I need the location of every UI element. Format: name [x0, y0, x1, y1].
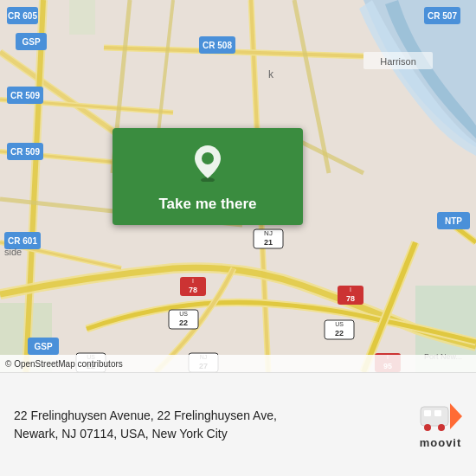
take-me-there-button[interactable]: Take me there: [113, 128, 303, 225]
map-view[interactable]: Harrison CR 605 GSP CR 509 CR 508 CR 509…: [0, 0, 476, 372]
bottom-info-bar: 22 Frelinghuysen Avenue, 22 Frelinghuyse…: [0, 372, 476, 476]
moovit-label: moovit: [420, 436, 462, 449]
svg-text:GSP: GSP: [34, 342, 52, 351]
svg-text:CR 509: CR 509: [10, 91, 40, 100]
svg-text:CR 507: CR 507: [428, 11, 457, 21]
svg-rect-81: [434, 410, 441, 416]
svg-marker-79: [450, 403, 462, 429]
take-me-there-label: Take me there: [141, 189, 273, 225]
pin-icon-area: [191, 128, 224, 189]
svg-rect-80: [424, 410, 431, 416]
address-line2: Newark, NJ 07114, USA, New York City: [14, 427, 228, 441]
svg-text:21: 21: [264, 238, 273, 247]
moovit-logo[interactable]: moovit: [419, 400, 462, 449]
svg-text:CR 601: CR 601: [8, 236, 37, 246]
svg-text:22: 22: [179, 318, 188, 327]
address-line1: 22 Frelinghuysen Avenue, 22 Frelinghuyse…: [14, 408, 277, 422]
address-text: 22 Frelinghuysen Avenue, 22 Frelinghuyse…: [14, 407, 408, 443]
svg-text:NJ: NJ: [264, 229, 273, 237]
svg-text:k: k: [268, 68, 274, 80]
svg-point-75: [202, 152, 214, 164]
svg-point-77: [424, 424, 431, 431]
svg-point-78: [438, 424, 445, 431]
address-section: 22 Frelinghuysen Avenue, 22 Frelinghuyse…: [14, 407, 408, 443]
map-attribution: © OpenStreetMap contributors: [0, 355, 476, 372]
svg-text:78: 78: [189, 286, 197, 294]
moovit-icon: [419, 400, 462, 434]
svg-text:CR 508: CR 508: [203, 41, 232, 50]
svg-text:NTP: NTP: [445, 216, 462, 226]
svg-rect-76: [421, 407, 448, 426]
svg-text:CR 605: CR 605: [8, 11, 37, 21]
svg-text:US: US: [179, 311, 188, 317]
svg-text:I: I: [192, 278, 194, 284]
svg-text:Harrison: Harrison: [380, 56, 416, 67]
svg-text:CR 509: CR 509: [10, 147, 40, 157]
svg-text:side: side: [4, 247, 22, 257]
svg-text:GSP: GSP: [22, 37, 40, 47]
svg-text:US: US: [335, 321, 344, 327]
svg-text:I: I: [350, 286, 351, 293]
svg-text:78: 78: [346, 294, 355, 303]
svg-rect-3: [69, 0, 95, 35]
svg-text:22: 22: [335, 329, 344, 338]
osm-copyright: © OpenStreetMap contributors: [5, 359, 123, 369]
location-pin-icon: [191, 144, 224, 182]
